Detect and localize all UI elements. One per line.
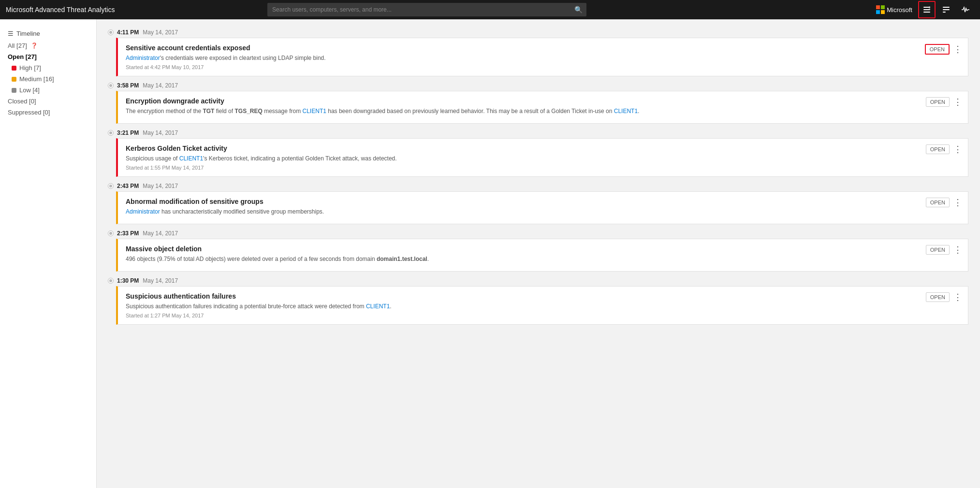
- card-desc-6: Suspicious authentication failures indic…: [126, 302, 939, 311]
- svg-rect-2: [923, 12, 930, 13]
- timeline-group-3: 3:21 PM May 14, 2017 Kerberos Golden Tic…: [108, 124, 968, 177]
- open-button-4[interactable]: OPEN: [926, 198, 950, 207]
- more-button-1[interactable]: ⋮: [951, 45, 964, 54]
- health-icon-btn[interactable]: [957, 1, 974, 18]
- health-icon: [961, 6, 970, 13]
- card-desc-3: Suspicious usage of CLIENT1's Kerberos t…: [126, 154, 939, 163]
- link-client1-3[interactable]: CLIENT1: [179, 155, 203, 162]
- svg-rect-4: [943, 7, 950, 8]
- timeline-icon: ☰: [8, 30, 14, 37]
- card-title-2: Encryption downgrade activity: [126, 97, 939, 105]
- medium-severity-dot: [12, 77, 16, 82]
- open-button-6[interactable]: OPEN: [926, 292, 950, 302]
- more-button-2[interactable]: ⋮: [951, 98, 964, 106]
- sidebar-item-open[interactable]: Open [27]: [0, 51, 96, 62]
- list-icon-btn[interactable]: [918, 1, 936, 18]
- card-title-6: Suspicious authentication failures: [126, 292, 939, 300]
- card-title-1: Sensitive account credentials exposed: [126, 44, 939, 52]
- layout: ☰ Timeline All [27] ❓ Open [27] High [7]…: [0, 19, 980, 488]
- svg-rect-6: [943, 12, 946, 13]
- timeline-dot-4: [108, 184, 113, 188]
- card-actions-3: OPEN ⋮: [926, 144, 964, 154]
- card-title-4: Abnormal modification of sensitive group…: [126, 198, 939, 205]
- timeline-card-6: Suspicious authentication failures Suspi…: [116, 286, 968, 325]
- timeline-dot-2: [108, 83, 113, 88]
- card-title-3: Kerberos Golden Ticket activity: [126, 144, 939, 152]
- link-administrator-4[interactable]: Administrator: [126, 208, 160, 215]
- timestamp-5: 2:33 PM May 14, 2017: [108, 224, 968, 239]
- link-administrator-1[interactable]: Administrator: [126, 55, 160, 61]
- sidebar-item-medium[interactable]: Medium [16]: [0, 73, 96, 85]
- open-button-1[interactable]: OPEN: [925, 44, 950, 55]
- timeline-group-1: 4:11 PM May 14, 2017 Sensitive account c…: [108, 23, 968, 76]
- timeline-card-3: Kerberos Golden Ticket activity Suspicio…: [116, 138, 968, 177]
- timeline-card-2: Encryption downgrade activity The encryp…: [116, 91, 968, 124]
- card-title-5: Massive object deletion: [126, 245, 939, 253]
- sidebar-item-low[interactable]: Low [4]: [0, 85, 96, 96]
- card-started-6: Started at 1:27 PM May 14, 2017: [126, 313, 939, 318]
- card-actions-6: OPEN ⋮: [926, 292, 964, 302]
- card-desc-2: The encryption method of the TGT field o…: [126, 107, 939, 115]
- low-severity-dot: [12, 88, 16, 93]
- link-client1-2b[interactable]: CLIENT1: [614, 108, 638, 115]
- help-icon: ❓: [31, 43, 38, 49]
- card-started-3: Started at 1:55 PM May 14, 2017: [126, 165, 939, 171]
- timeline-card-5: Massive object deletion 496 objects (9.7…: [116, 239, 968, 272]
- card-started-1: Started at 4:42 PM May 10, 2017: [126, 64, 939, 70]
- search-icon: 🔍: [574, 6, 583, 14]
- more-button-4[interactable]: ⋮: [951, 198, 964, 207]
- high-severity-dot: [12, 66, 16, 71]
- card-desc-1: Administrator's credentials were exposed…: [126, 54, 939, 62]
- more-button-6[interactable]: ⋮: [951, 293, 964, 301]
- ms-grid-icon: [876, 5, 885, 14]
- header-right: Microsoft: [876, 1, 974, 18]
- search-input[interactable]: [267, 3, 586, 16]
- microsoft-label: Microsoft: [887, 6, 912, 14]
- timestamp-6: 1:30 PM May 14, 2017: [108, 272, 968, 286]
- timeline-group-2: 3:58 PM May 14, 2017 Encryption downgrad…: [108, 76, 968, 124]
- svg-rect-5: [943, 9, 950, 10]
- notification-icon: [942, 5, 951, 14]
- sidebar-item-closed[interactable]: Closed [0]: [0, 96, 96, 107]
- card-actions-1: OPEN ⋮: [925, 44, 964, 55]
- card-desc-4: Administrator has uncharacteristically m…: [126, 207, 939, 216]
- microsoft-logo: Microsoft: [876, 5, 912, 14]
- svg-rect-3: [929, 6, 930, 9]
- sidebar-item-all[interactable]: All [27] ❓: [0, 40, 96, 51]
- card-actions-4: OPEN ⋮: [926, 198, 964, 207]
- timeline-dot-6: [108, 278, 113, 283]
- timestamp-3: 3:21 PM May 14, 2017: [108, 124, 968, 138]
- timeline-dot-3: [108, 130, 113, 135]
- timeline-group-5: 2:33 PM May 14, 2017 Massive object dele…: [108, 224, 968, 272]
- sidebar: ☰ Timeline All [27] ❓ Open [27] High [7]…: [0, 19, 97, 488]
- list-icon: [922, 5, 931, 14]
- timestamp-1: 4:11 PM May 14, 2017: [108, 23, 968, 38]
- open-button-3[interactable]: OPEN: [926, 144, 950, 154]
- timeline-dot-5: [108, 231, 113, 236]
- sidebar-section-title: ☰ Timeline: [0, 27, 96, 40]
- search-bar[interactable]: 🔍: [267, 3, 586, 16]
- link-client1-6[interactable]: CLIENT1: [366, 303, 390, 310]
- card-desc-5: 496 objects (9.75% of total AD objects) …: [126, 255, 939, 263]
- card-actions-5: OPEN ⋮: [926, 245, 964, 255]
- timeline-card-4: Abnormal modification of sensitive group…: [116, 191, 968, 224]
- timestamp-4: 2:43 PM May 14, 2017: [108, 177, 968, 191]
- open-button-5[interactable]: OPEN: [926, 245, 950, 255]
- timeline-dot-1: [108, 30, 113, 35]
- link-client1-2a[interactable]: CLIENT1: [303, 108, 326, 115]
- sidebar-item-suppressed[interactable]: Suppressed [0]: [0, 107, 96, 118]
- timeline-group-6: 1:30 PM May 14, 2017 Suspicious authenti…: [108, 272, 968, 325]
- more-button-3[interactable]: ⋮: [951, 145, 964, 154]
- timestamp-2: 3:58 PM May 14, 2017: [108, 76, 968, 91]
- open-button-2[interactable]: OPEN: [926, 97, 950, 107]
- sidebar-item-high[interactable]: High [7]: [0, 62, 96, 73]
- main-content: 4:11 PM May 14, 2017 Sensitive account c…: [97, 19, 980, 488]
- app-title: Microsoft Advanced Threat Analytics: [6, 6, 115, 14]
- more-button-5[interactable]: ⋮: [951, 245, 964, 254]
- timeline-card-1: Sensitive account credentials exposed Ad…: [116, 38, 968, 76]
- svg-rect-1: [923, 9, 930, 10]
- card-actions-2: OPEN ⋮: [926, 97, 964, 107]
- notification-icon-btn[interactable]: [937, 1, 955, 18]
- timeline-group-4: 2:43 PM May 14, 2017 Abnormal modificati…: [108, 177, 968, 224]
- header: Microsoft Advanced Threat Analytics 🔍 Mi…: [0, 0, 980, 19]
